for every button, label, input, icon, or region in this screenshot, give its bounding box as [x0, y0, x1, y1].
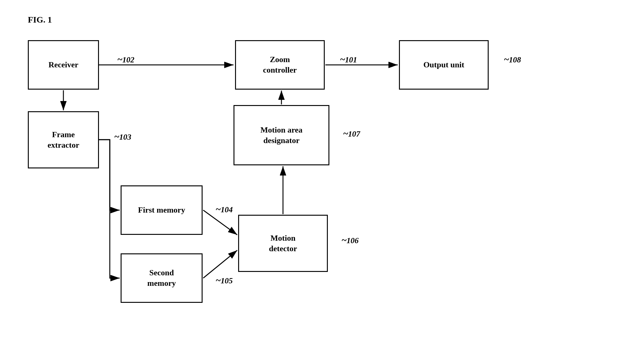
ref-106: ~106 [342, 235, 359, 245]
ref-105: ~105 [216, 275, 233, 286]
frame-extractor-label: Frameextractor [48, 129, 79, 150]
ref-103: ~103 [114, 131, 131, 142]
motion-detector-label: Motiondetector [269, 233, 297, 254]
svg-line-6 [203, 250, 237, 278]
zoom-controller-block: Zoomcontroller [235, 40, 325, 90]
first-memory-block: First memory [121, 185, 203, 235]
second-memory-label: Secondmemory [147, 268, 176, 289]
ref-104: ~104 [216, 204, 233, 214]
ref-102: ~102 [118, 54, 135, 65]
output-unit-block: Output unit [399, 40, 489, 90]
receiver-label: Receiver [49, 60, 79, 70]
figure-label: FIG. 1 [28, 15, 52, 25]
motion-detector-block: Motiondetector [238, 215, 328, 272]
ref-107: ~107 [343, 128, 360, 139]
motion-area-designator-block: Motion areadesignator [234, 105, 329, 165]
frame-extractor-block: Frameextractor [28, 111, 99, 168]
ref-101: ~101 [340, 54, 357, 65]
second-memory-block: Secondmemory [121, 253, 203, 303]
motion-area-designator-label: Motion areadesignator [260, 125, 302, 146]
receiver-block: Receiver [28, 40, 99, 90]
first-memory-label: First memory [138, 205, 185, 215]
ref-108: ~108 [504, 54, 521, 65]
zoom-controller-label: Zoomcontroller [263, 54, 297, 75]
output-unit-label: Output unit [423, 60, 464, 70]
